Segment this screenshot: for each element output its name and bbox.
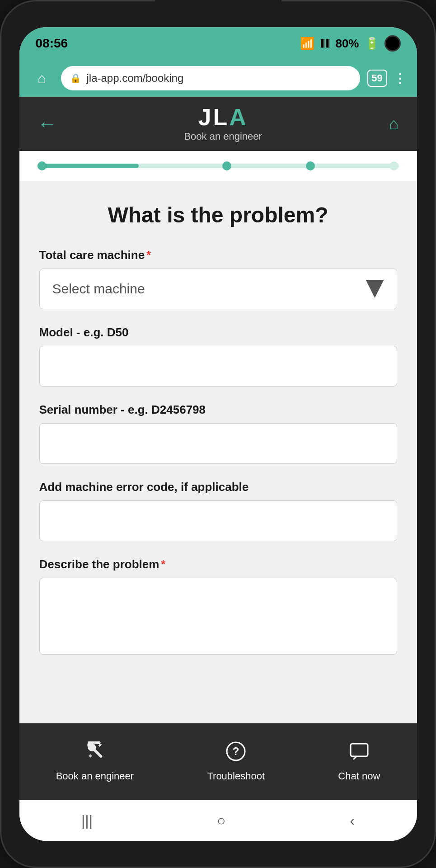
- address-bar[interactable]: 🔒 jla-app.com/booking: [61, 66, 360, 90]
- machine-form-group: Total care machine* Select machine: [39, 248, 397, 309]
- book-engineer-label: Book an engineer: [56, 770, 134, 782]
- main-content: What is the problem? Total care machine*…: [19, 181, 417, 723]
- wrench-icon: [85, 741, 105, 766]
- machine-required-star: *: [146, 248, 151, 262]
- phone-frame: 08:56 📶 ⦀⦀ 80% 🔋 ⌂ 🔒 jla-app.com/booking…: [0, 0, 436, 868]
- problem-form-group: Describe the problem*: [39, 557, 397, 655]
- logo-j: J: [198, 105, 213, 129]
- progress-dot-3: [306, 161, 315, 170]
- dropdown-arrow-icon: [366, 280, 384, 298]
- tab-count[interactable]: 59: [367, 70, 387, 87]
- machine-label: Total care machine*: [39, 248, 397, 262]
- logo-a: A: [229, 105, 248, 129]
- camera-icon: [384, 35, 401, 52]
- logo-l: L: [213, 105, 229, 129]
- book-engineer-nav[interactable]: Book an engineer: [56, 741, 134, 782]
- svg-rect-2: [351, 744, 368, 756]
- status-time: 08:56: [36, 36, 68, 51]
- error-code-label: Add machine error code, if applicable: [39, 480, 397, 494]
- progress-dot-4: [389, 161, 398, 170]
- android-nav-bar: ||| ○ ‹: [19, 800, 417, 841]
- header-center: JLA Book an engineer: [184, 105, 262, 142]
- problem-textarea[interactable]: [39, 578, 397, 655]
- phone-screen: 08:56 📶 ⦀⦀ 80% 🔋 ⌂ 🔒 jla-app.com/booking…: [19, 27, 417, 841]
- lock-icon: 🔒: [70, 73, 81, 84]
- browser-actions: 59 ⋮: [367, 70, 406, 87]
- progress-dot-1: [38, 161, 47, 170]
- page-title: What is the problem?: [39, 203, 397, 227]
- troubleshoot-nav[interactable]: ? Troubleshoot: [207, 741, 265, 782]
- header-subtitle: Book an engineer: [184, 131, 262, 142]
- browser-menu-btn[interactable]: ⋮: [394, 71, 406, 86]
- machine-select[interactable]: Select machine: [39, 269, 397, 309]
- status-right: 📶 ⦀⦀ 80% 🔋: [300, 35, 400, 52]
- progress-dot-2: [222, 161, 231, 170]
- problem-required-star: *: [161, 557, 165, 571]
- progress-section: [19, 151, 417, 181]
- error-code-input[interactable]: [39, 500, 397, 541]
- chat-icon: [349, 741, 369, 766]
- bottom-nav: Book an engineer ? Troubleshoot: [19, 723, 417, 800]
- back-button[interactable]: ←: [38, 113, 57, 135]
- home-app-button[interactable]: ⌂: [389, 114, 399, 133]
- chat-now-nav[interactable]: Chat now: [338, 741, 380, 782]
- app-logo: JLA: [184, 105, 262, 129]
- model-label: Model - e.g. D50: [39, 326, 397, 340]
- app-header: ← JLA Book an engineer ⌂: [19, 97, 417, 151]
- signal-icon: ⦀⦀: [320, 37, 330, 51]
- battery-icon: 🔋: [365, 37, 379, 51]
- progress-track: [38, 164, 399, 168]
- battery-text: 80%: [335, 37, 359, 51]
- svg-text:?: ?: [233, 745, 239, 757]
- model-input[interactable]: [39, 346, 397, 387]
- wifi-icon: 📶: [300, 37, 314, 51]
- browser-home-icon: ⌂: [38, 70, 46, 87]
- question-icon: ?: [226, 741, 246, 766]
- serial-label: Serial number - e.g. D2456798: [39, 403, 397, 417]
- recent-apps-button[interactable]: |||: [81, 812, 93, 829]
- machine-select-placeholder: Select machine: [52, 281, 145, 297]
- android-back-button[interactable]: ‹: [350, 812, 355, 829]
- chat-now-label: Chat now: [338, 770, 380, 782]
- problem-label: Describe the problem*: [39, 557, 397, 571]
- serial-form-group: Serial number - e.g. D2456798: [39, 403, 397, 464]
- browser-home-btn[interactable]: ⌂: [30, 66, 54, 90]
- model-form-group: Model - e.g. D50: [39, 326, 397, 387]
- status-bar: 08:56 📶 ⦀⦀ 80% 🔋: [19, 27, 417, 60]
- android-home-button[interactable]: ○: [217, 812, 225, 829]
- troubleshoot-label: Troubleshoot: [207, 770, 265, 782]
- serial-input[interactable]: [39, 423, 397, 464]
- url-text: jla-app.com/booking: [87, 72, 184, 85]
- progress-dots: [38, 161, 399, 170]
- error-code-form-group: Add machine error code, if applicable: [39, 480, 397, 541]
- browser-bar: ⌂ 🔒 jla-app.com/booking 59 ⋮: [19, 60, 417, 97]
- phone-notch: [155, 0, 281, 15]
